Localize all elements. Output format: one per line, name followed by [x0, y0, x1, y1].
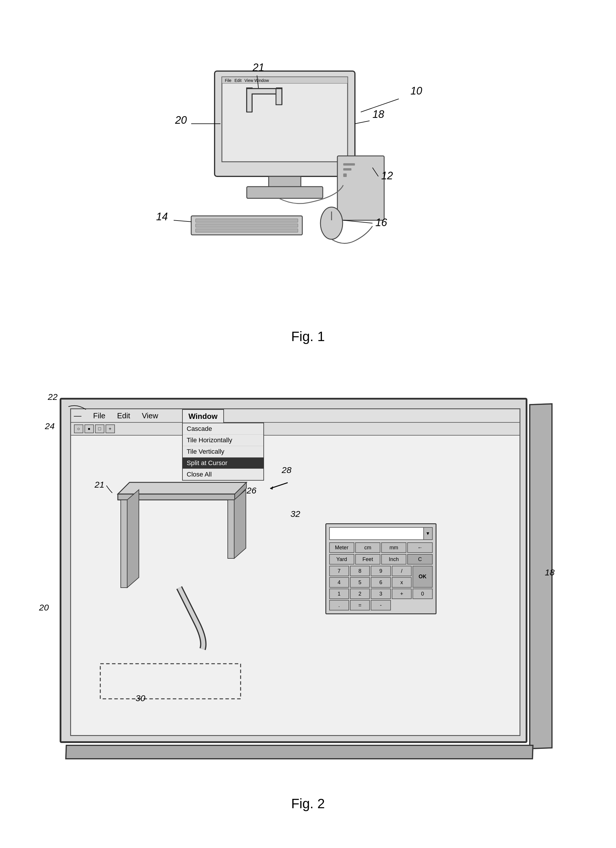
ref-21: 21 — [95, 480, 104, 490]
svg-rect-19 — [195, 229, 298, 232]
fig1-area: File Edit View Window — [0, 0, 616, 380]
fig1-caption: Fig. 1 — [291, 329, 325, 344]
menu-tile-vertically[interactable]: Tile Vertically — [183, 446, 264, 458]
menu-item-dash: — — [74, 411, 81, 420]
fig2-caption: Fig. 2 — [291, 796, 325, 811]
calc-unit-feet[interactable]: Feet — [355, 554, 381, 565]
svg-rect-1 — [222, 77, 348, 162]
ref-24: 24 — [45, 421, 55, 431]
calc-btn-3[interactable]: 3 — [371, 589, 391, 599]
calc-backspace-btn[interactable]: ← — [407, 542, 432, 553]
calc-btn-2[interactable]: 2 — [350, 589, 370, 599]
calc-unit-inch[interactable]: Inch — [381, 554, 406, 565]
calc-unit-row1: Meter cm mm ← — [329, 542, 433, 553]
calc-btn-plus[interactable]: + — [392, 589, 412, 599]
monitor-frame: — File Edit View Window ○ ● □ + — [60, 398, 527, 743]
calc-unit-cm[interactable]: cm — [355, 542, 381, 553]
svg-line-27 — [174, 220, 191, 222]
calc-display-dropdown[interactable]: ▼ — [424, 528, 432, 540]
calc-btn-0[interactable]: 0 — [413, 589, 432, 599]
menu-item-file[interactable]: File — [93, 411, 105, 420]
calc-btn-dot[interactable]: . — [329, 600, 349, 611]
fig1-drawing: File Edit View Window — [133, 53, 484, 317]
ref-22: 22 — [48, 392, 58, 402]
svg-text:16: 16 — [375, 216, 387, 228]
calc-unit-row2: Yard Feet Inch C — [329, 554, 433, 565]
svg-text:20: 20 — [175, 114, 187, 126]
calc-numpad: 7 8 9 / 4 5 6 x OK 1 2 3 — [329, 566, 433, 611]
monitor-bottom-side — [65, 745, 533, 759]
ref-28: 28 — [282, 465, 292, 475]
toolbar-btn-circle[interactable]: ○ — [74, 424, 83, 433]
calc-unit-mm[interactable]: mm — [381, 542, 406, 553]
calc-btn-minus[interactable]: - — [371, 600, 391, 611]
toolbar-btn-plus[interactable]: + — [105, 424, 115, 433]
calc-display: ▼ — [329, 527, 433, 540]
calc-btn-9[interactable]: 9 — [371, 566, 391, 576]
svg-text:12: 12 — [381, 170, 393, 182]
svg-text:View: View — [244, 78, 253, 83]
calc-btn-eq[interactable]: = — [350, 600, 370, 611]
menu-item-view[interactable]: View — [142, 411, 158, 420]
calc-btn-div[interactable]: / — [392, 566, 412, 576]
calc-btn-4[interactable]: 4 — [329, 577, 349, 588]
ref-26: 26 — [247, 486, 256, 495]
calc-c-btn[interactable]: C — [407, 554, 432, 565]
calc-btn-7[interactable]: 7 — [329, 566, 349, 576]
calc-btn-8[interactable]: 8 — [350, 566, 370, 576]
calc-ok-btn[interactable]: OK — [413, 566, 432, 588]
ref-18: 18 — [545, 568, 555, 577]
svg-rect-17 — [195, 219, 298, 222]
calc-unit-yard[interactable]: Yard — [329, 554, 354, 565]
svg-rect-37 — [121, 500, 127, 588]
calculator-widget: ▼ Meter cm mm ← Yard Feet Inch C — [326, 523, 437, 614]
window-dropdown-menu: Cascade Tile Horizontally Tile Verticall… — [182, 423, 264, 480]
calc-unit-meter[interactable]: Meter — [329, 542, 354, 553]
svg-rect-38 — [228, 500, 234, 558]
svg-text:File: File — [225, 78, 231, 83]
svg-rect-14 — [343, 168, 351, 170]
svg-rect-18 — [195, 224, 298, 227]
svg-rect-11 — [247, 187, 323, 198]
calc-btn-6[interactable]: 6 — [371, 577, 391, 588]
svg-text:21: 21 — [252, 61, 264, 73]
menu-tile-horizontally[interactable]: Tile Horizontally — [183, 435, 264, 446]
fig2-drawing-svg — [71, 436, 520, 737]
svg-text:10: 10 — [410, 85, 422, 97]
svg-rect-13 — [343, 163, 355, 166]
ref-20: 20 — [39, 603, 49, 612]
svg-text:Edit: Edit — [234, 78, 241, 83]
menu-cascade[interactable]: Cascade — [183, 423, 264, 435]
screen-content: — File Edit View Window ○ ● □ + — [70, 408, 520, 736]
toolbar-btn-filled-circle[interactable]: ● — [84, 424, 94, 433]
calc-btn-5[interactable]: 5 — [350, 577, 370, 588]
menu-split-at-cursor[interactable]: Split at Cursor — [183, 458, 264, 469]
toolbar: ○ ● □ + — [71, 423, 520, 436]
fig2-frame: — File Edit View Window ○ ● □ + — [60, 398, 557, 778]
toolbar-btn-square[interactable]: □ — [95, 424, 104, 433]
ref-32: 32 — [290, 509, 300, 519]
window-menu-tab[interactable]: Window — [182, 409, 224, 423]
calc-btn-mul[interactable]: x — [392, 577, 412, 588]
svg-text:Window: Window — [254, 78, 269, 83]
menubar: — File Edit View Window — [71, 409, 520, 423]
svg-rect-39 — [100, 664, 241, 699]
ref-30: 30 — [136, 693, 145, 703]
fig2-area: — File Edit View Window ○ ● □ + — [0, 380, 616, 848]
svg-line-31 — [355, 121, 370, 124]
svg-text:14: 14 — [156, 211, 168, 222]
svg-rect-15 — [343, 173, 347, 177]
menu-item-edit[interactable]: Edit — [117, 411, 130, 420]
svg-text:18: 18 — [372, 108, 384, 120]
calc-btn-1[interactable]: 1 — [329, 589, 349, 599]
menu-close-all[interactable]: Close All — [183, 469, 264, 480]
